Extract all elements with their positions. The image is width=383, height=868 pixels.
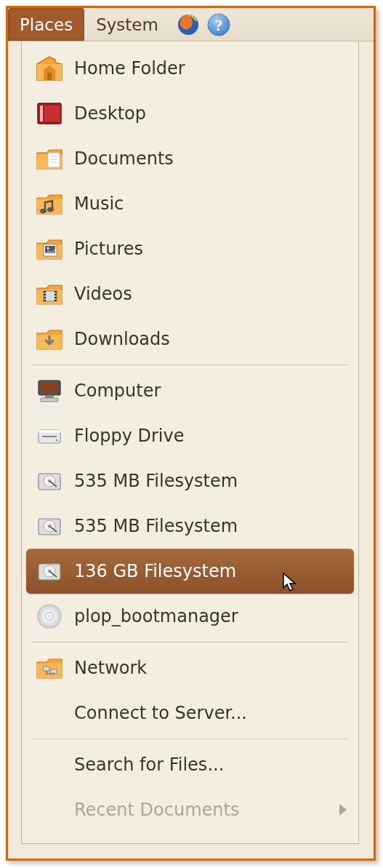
- floppy-drive-icon: [35, 421, 64, 450]
- menu-floppy-drive[interactable]: Floppy Drive: [22, 413, 358, 458]
- menu-music[interactable]: Music: [22, 181, 358, 226]
- separator: [32, 642, 348, 642]
- svg-rect-22: [44, 298, 46, 300]
- window-frame: Places System ? Home Folder: [6, 6, 376, 861]
- menu-downloads[interactable]: Downloads: [22, 316, 358, 362]
- menu-recent-documents[interactable]: Recent Documents: [22, 787, 358, 832]
- menu-item-label: 535 MB Filesystem: [74, 516, 238, 536]
- videos-folder-icon: [35, 279, 64, 308]
- harddrive-icon: [35, 557, 64, 586]
- svg-rect-28: [45, 395, 54, 398]
- menu-item-label: Desktop: [74, 103, 146, 124]
- menu-filesystem-3[interactable]: 136 GB Filesystem: [26, 549, 354, 594]
- svg-rect-7: [44, 105, 60, 122]
- submenu-arrow-icon: [338, 798, 348, 822]
- svg-rect-47: [44, 666, 49, 671]
- svg-rect-21: [44, 295, 46, 297]
- network-folder-icon: [35, 653, 64, 682]
- svg-point-46: [48, 615, 51, 618]
- documents-folder-icon: [35, 144, 64, 173]
- menu-filesystem-2[interactable]: 535 MB Filesystem: [22, 503, 358, 549]
- menu-home-folder[interactable]: Home Folder: [22, 46, 358, 91]
- menu-item-label: Pictures: [74, 239, 143, 259]
- optical-disc-icon: [35, 602, 64, 631]
- menu-item-label: Videos: [74, 284, 132, 304]
- menu-item-label: 535 MB Filesystem: [74, 471, 238, 491]
- svg-point-16: [47, 247, 49, 250]
- menu-item-label: Search for Files...: [74, 754, 224, 775]
- places-dropdown: Home Folder Desktop Documents Music Pict: [21, 41, 359, 844]
- menu-computer[interactable]: Computer: [22, 368, 358, 413]
- downloads-folder-icon: [35, 324, 64, 354]
- harddrive-icon: [35, 511, 64, 541]
- svg-text:?: ?: [214, 16, 222, 34]
- menu-videos[interactable]: Videos: [22, 271, 358, 316]
- menu-filesystem-1[interactable]: 535 MB Filesystem: [22, 458, 358, 503]
- help-icon[interactable]: ?: [206, 12, 231, 37]
- music-folder-icon: [35, 189, 64, 218]
- menu-item-label: plop_bootmanager: [74, 606, 238, 626]
- menu-plop-bootmanager[interactable]: plop_bootmanager: [22, 594, 358, 639]
- pictures-folder-icon: [35, 234, 64, 263]
- home-folder-icon: [35, 54, 64, 83]
- svg-rect-23: [55, 292, 57, 294]
- menu-documents[interactable]: Documents: [22, 136, 358, 181]
- svg-point-12: [42, 210, 47, 212]
- menu-item-label: Downloads: [74, 329, 170, 349]
- svg-rect-27: [41, 383, 58, 393]
- menu-item-label: Documents: [74, 148, 174, 169]
- svg-rect-20: [44, 292, 46, 294]
- menu-pictures[interactable]: Pictures: [22, 226, 358, 271]
- svg-rect-6: [40, 105, 43, 122]
- menu-item-label: Floppy Drive: [74, 426, 184, 446]
- firefox-icon[interactable]: [176, 12, 201, 37]
- svg-rect-32: [42, 436, 57, 437]
- separator: [32, 738, 348, 739]
- top-panel: Places System ?: [8, 8, 374, 41]
- places-menu-button[interactable]: Places: [8, 8, 84, 41]
- computer-icon: [35, 376, 64, 405]
- svg-rect-8: [48, 153, 60, 167]
- menu-item-label: Network: [74, 658, 147, 678]
- menu-item-label: Recent Documents: [74, 800, 239, 820]
- svg-rect-31: [39, 430, 60, 433]
- menu-item-label: Home Folder: [74, 58, 185, 79]
- menu-item-label: Connect to Server...: [74, 703, 247, 723]
- system-menu-button[interactable]: System: [84, 8, 170, 41]
- menu-item-label: 136 GB Filesystem: [74, 561, 236, 581]
- svg-point-33: [56, 439, 58, 442]
- separator: [32, 365, 348, 365]
- menu-network[interactable]: Network: [22, 645, 358, 690]
- svg-rect-24: [55, 295, 57, 297]
- menu-desktop[interactable]: Desktop: [22, 91, 358, 136]
- desktop-icon: [35, 99, 64, 128]
- svg-rect-25: [55, 298, 57, 300]
- menu-connect-to-server[interactable]: Connect to Server...: [22, 690, 358, 736]
- svg-rect-4: [47, 73, 52, 80]
- harddrive-icon: [35, 466, 64, 495]
- menu-item-label: Music: [74, 194, 124, 214]
- svg-point-13: [49, 208, 54, 211]
- svg-rect-29: [41, 398, 58, 402]
- menu-search-for-files[interactable]: Search for Files...: [22, 742, 358, 787]
- menu-item-label: Computer: [74, 381, 161, 401]
